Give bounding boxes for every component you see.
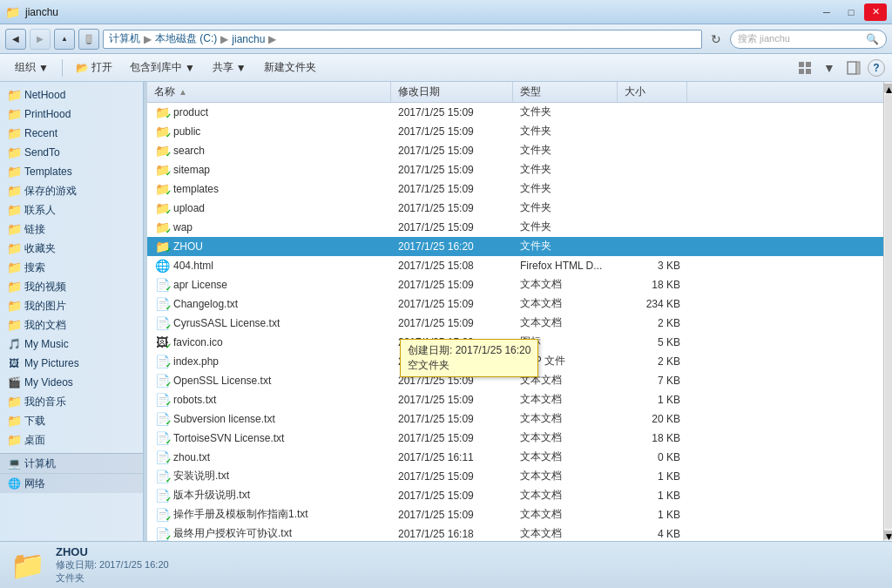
path-segment-drive[interactable]: 本地磁盘 (C:): [155, 31, 217, 46]
share-button[interactable]: 共享 ▼: [205, 57, 254, 78]
sidebar-item-desktop[interactable]: 📁 桌面: [0, 430, 143, 449]
sidebar-item-links[interactable]: 📁 链接: [0, 220, 143, 239]
table-row[interactable]: 📁 ✓ search 2017/1/25 15:09 文件夹: [147, 141, 883, 160]
sidebar-item-savedgames[interactable]: 📁 保存的游戏: [0, 181, 143, 200]
file-name-text: upload: [173, 202, 205, 214]
file-icon: 📄 ✓: [154, 278, 170, 292]
status-detail: 修改日期: 2017/1/25 16:20: [56, 558, 169, 571]
sidebar-label: 我的文档: [24, 318, 66, 333]
table-row[interactable]: 📄 ✓ 安装说明.txt 2017/1/25 15:09 文本文档 1 KB: [147, 467, 883, 486]
maximize-button[interactable]: □: [840, 3, 862, 21]
col-header-date[interactable]: 修改日期: [391, 82, 513, 102]
file-icon: 🌐: [154, 259, 170, 273]
file-icon: 📁 ✓: [154, 125, 170, 139]
open-button[interactable]: 📂 打开: [68, 57, 120, 78]
forward-button[interactable]: ▶: [30, 29, 51, 50]
path-segment-current[interactable]: jianchu: [232, 33, 265, 45]
view-toggle-button[interactable]: [794, 57, 815, 78]
scroll-thumb[interactable]: [885, 94, 892, 529]
sidebar-item-printhood[interactable]: 📁 PrintHood: [0, 105, 143, 124]
file-type-cell: 文本文档: [513, 449, 618, 464]
folder-icon: 📁: [7, 88, 21, 102]
sidebar-item-mypictures[interactable]: 📁 我的图片: [0, 296, 143, 315]
sidebar-label: 计算机: [24, 456, 56, 471]
table-row[interactable]: 📁 ✓ public 2017/1/25 15:09 文件夹: [147, 122, 883, 141]
sidebar-item-mymusic[interactable]: 🎵 My Music: [0, 335, 143, 354]
path-bar[interactable]: 计算机 ▶ 本地磁盘 (C:) ▶ jianchu ▶: [103, 30, 702, 49]
new-folder-button[interactable]: 新建文件夹: [256, 57, 324, 78]
back-button[interactable]: ◀: [5, 29, 26, 50]
col-header-name[interactable]: 名称 ▲: [147, 82, 391, 102]
main-content: 📁 NetHood 📁 PrintHood 📁 Recent 📁 SendTo …: [0, 82, 892, 541]
details-pane-button[interactable]: [843, 57, 864, 78]
file-type-cell: 文本文档: [513, 507, 618, 522]
table-row[interactable]: 📁 ✓ wap 2017/1/25 15:09 文件夹: [147, 218, 883, 237]
tooltip-line1: 创建日期: 2017/1/25 16:20: [408, 343, 530, 358]
status-desc: 文件夹: [56, 571, 169, 585]
table-row[interactable]: 📁 ✓ product 2017/1/25 15:09 文件夹: [147, 103, 883, 122]
table-row[interactable]: 📁 ✓ ZHOU 2017/1/25 16:20 文件夹: [147, 237, 883, 256]
table-row[interactable]: 🌐 404.html 2017/1/25 15:08 Firefox HTML …: [147, 256, 883, 275]
table-row[interactable]: 📄 ✓ TortoiseSVN License.txt 2017/1/25 15…: [147, 429, 883, 448]
close-button[interactable]: ✕: [864, 3, 887, 21]
table-row[interactable]: 📁 ✓ templates 2017/1/25 15:09 文件夹: [147, 179, 883, 199]
sidebar-item-favorites[interactable]: 📁 收藏夹: [0, 239, 143, 258]
col-header-type[interactable]: 类型: [513, 82, 618, 102]
file-size-cell: 2 KB: [618, 355, 687, 368]
sidebar-item-search[interactable]: 📁 搜索: [0, 258, 143, 277]
file-type-cell: 文本文档: [513, 411, 618, 426]
folder-icon: 📁: [7, 203, 21, 217]
search-icon: 🔍: [866, 33, 879, 45]
table-row[interactable]: 📄 ✓ zhou.txt 2017/1/25 16:11 文本文档 0 KB: [147, 448, 883, 467]
sidebar-item-mypics-lib[interactable]: 🖼 My Pictures: [0, 354, 143, 373]
file-type-cell: 文本文档: [513, 296, 618, 311]
table-row[interactable]: 📄 ✓ 最终用户授权许可协议.txt 2017/1/25 16:18 文本文档 …: [147, 524, 883, 541]
file-date-cell: 2017/1/25 15:08: [391, 260, 513, 272]
file-name-text: ZHOU: [173, 240, 203, 253]
sidebar-item-nethood[interactable]: 📁 NetHood: [0, 85, 143, 105]
file-size-cell: 1 KB: [618, 490, 687, 502]
scroll-down-button[interactable]: ▼: [884, 531, 893, 539]
file-type-cell: 文本文档: [513, 430, 618, 445]
dropdown-button[interactable]: [78, 29, 99, 50]
sidebar-item-network[interactable]: 🌐 网络: [0, 474, 143, 493]
file-name-cell: 📁 ✓ ZHOU: [147, 240, 391, 253]
refresh-button[interactable]: ↻: [706, 29, 726, 50]
include-library-button[interactable]: 包含到库中 ▼: [122, 57, 203, 78]
search-bar[interactable]: 搜索 jianchu 🔍: [730, 30, 887, 49]
file-date-cell: 2017/1/25 15:09: [391, 394, 513, 406]
sidebar-item-myvideos-lib[interactable]: 🎬 My Videos: [0, 373, 143, 392]
sidebar-item-sendto[interactable]: 📁 SendTo: [0, 143, 143, 162]
computer-icon: 💻: [7, 456, 21, 470]
table-row[interactable]: 📄 ✓ 版本升级说明.txt 2017/1/25 15:09 文本文档 1 KB: [147, 486, 883, 505]
title-bar-left: 📁 jianchu: [5, 5, 58, 19]
table-row[interactable]: 📄 ✓ apr License 2017/1/25 15:09 文本文档 18 …: [147, 275, 883, 294]
sidebar-item-recent[interactable]: 📁 Recent: [0, 124, 143, 143]
view-dropdown-button[interactable]: ▼: [819, 57, 840, 78]
table-row[interactable]: 📄 ✓ Subversion license.txt 2017/1/25 15:…: [147, 409, 883, 429]
table-row[interactable]: 📄 ✓ 操作手册及模板制作指南1.txt 2017/1/25 15:09 文本文…: [147, 505, 883, 524]
table-row[interactable]: 📁 ✓ sitemap 2017/1/25 15:09 文件夹: [147, 160, 883, 179]
up-button[interactable]: ▲: [54, 29, 75, 50]
scroll-up-button[interactable]: ▲: [884, 84, 893, 92]
folder-icon: 📁: [7, 165, 21, 179]
organize-button[interactable]: 组织 ▼: [7, 57, 57, 78]
sidebar-item-mydocs[interactable]: 📁 我的文档: [0, 315, 143, 335]
table-row[interactable]: 📁 ✓ upload 2017/1/25 15:09 文件夹: [147, 199, 883, 218]
sidebar-label: PrintHood: [24, 108, 71, 120]
sidebar-item-mymusic2[interactable]: 📁 我的音乐: [0, 392, 143, 411]
table-row[interactable]: 📄 ✓ Changelog.txt 2017/1/25 15:09 文本文档 2…: [147, 294, 883, 314]
path-segment-computer[interactable]: 计算机: [109, 31, 140, 46]
help-button[interactable]: ?: [868, 59, 885, 77]
sidebar-item-myvideo[interactable]: 📁 我的视频: [0, 277, 143, 296]
table-row[interactable]: 📄 ✓ CyrusSASL License.txt 2017/1/25 15:0…: [147, 314, 883, 333]
minimize-button[interactable]: ─: [815, 3, 838, 21]
sidebar-item-computer[interactable]: 💻 计算机: [0, 454, 143, 473]
file-name-cell: 📄 ✓ 版本升级说明.txt: [147, 488, 391, 503]
sidebar-item-contacts[interactable]: 📁 联系人: [0, 200, 143, 220]
col-header-size[interactable]: 大小: [618, 82, 687, 102]
sidebar-item-downloads[interactable]: 📁 下载: [0, 411, 143, 430]
sidebar-item-templates[interactable]: 📁 Templates: [0, 162, 143, 181]
table-row[interactable]: 📄 ✓ robots.txt 2017/1/25 15:09 文本文档 1 KB: [147, 390, 883, 409]
file-name-cell: 📄 ✓ index.php: [147, 355, 391, 368]
